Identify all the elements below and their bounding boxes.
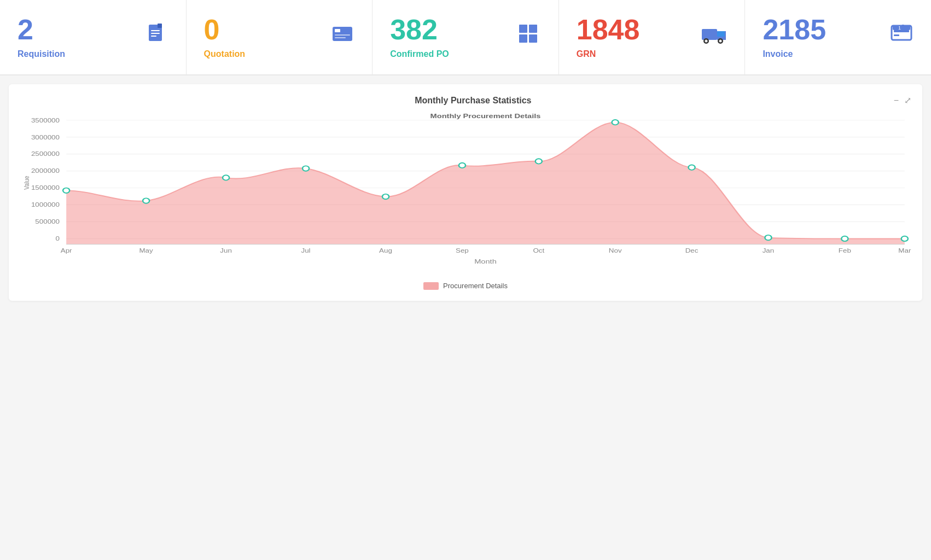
svg-text:1: 1 xyxy=(898,25,901,31)
stat-number-invoice: 2185 xyxy=(763,15,826,44)
datapoint-aug xyxy=(382,194,389,199)
svg-rect-4 xyxy=(151,36,156,37)
svg-text:3000000: 3000000 xyxy=(31,134,60,141)
datapoint-jan xyxy=(765,235,771,240)
datapoint-feb xyxy=(841,236,848,241)
svg-text:500000: 500000 xyxy=(35,219,60,225)
stat-card-confirmed-po[interactable]: 382 Confirmed PO xyxy=(373,0,559,74)
chart-title: Monthly Purchase Statistics xyxy=(53,96,894,106)
stat-left-requisition: 2 Requisition xyxy=(18,15,65,59)
truck-icon xyxy=(701,22,727,52)
svg-text:Month: Month xyxy=(474,258,497,265)
svg-text:1500000: 1500000 xyxy=(31,185,60,191)
confirmed-po-icon xyxy=(517,22,541,52)
datapoint-sep xyxy=(459,163,465,168)
stat-label-confirmed-po: Confirmed PO xyxy=(390,49,449,59)
svg-rect-23 xyxy=(894,30,909,32)
svg-point-18 xyxy=(705,40,708,43)
stat-card-invoice[interactable]: 2185 Invoice $ 1 xyxy=(745,0,931,74)
stat-number-requisition: 2 xyxy=(18,15,65,44)
expand-button[interactable]: ⤢ xyxy=(904,95,911,106)
chart-controls: − ⤢ xyxy=(894,95,911,106)
legend-swatch xyxy=(423,282,439,290)
svg-rect-26 xyxy=(893,26,910,30)
svg-text:Aug: Aug xyxy=(379,247,392,254)
datapoint-dec xyxy=(689,165,695,170)
stat-card-grn[interactable]: 1848 GRN xyxy=(559,0,746,74)
invoice-icon: $ 1 xyxy=(889,22,913,52)
svg-text:Value: Value xyxy=(22,176,31,190)
document-icon xyxy=(144,22,168,52)
svg-rect-12 xyxy=(519,34,527,43)
svg-rect-8 xyxy=(335,34,350,36)
svg-text:1000000: 1000000 xyxy=(31,202,60,208)
svg-rect-16 xyxy=(717,31,725,37)
svg-text:Monthly Procurement Details: Monthly Procurement Details xyxy=(430,113,541,120)
svg-rect-3 xyxy=(151,33,160,34)
chart-container: Monthly Purchase Statistics − ⤢ 3500000 … xyxy=(9,84,922,301)
datapoint-jul xyxy=(302,166,309,171)
svg-text:Mar: Mar xyxy=(898,247,911,254)
svg-rect-9 xyxy=(335,37,346,38)
stat-left-grn: 1848 GRN xyxy=(577,15,640,59)
svg-rect-5 xyxy=(158,24,162,28)
svg-rect-24 xyxy=(894,34,899,36)
svg-text:Dec: Dec xyxy=(685,247,699,254)
svg-rect-13 xyxy=(529,34,537,43)
stats-bar: 2 Requisition 0 Quotation xyxy=(0,0,931,75)
stat-card-requisition[interactable]: 2 Requisition xyxy=(0,0,187,74)
chart-legend: Procurement Details xyxy=(20,282,911,290)
datapoint-mar xyxy=(901,236,908,241)
datapoint-apr xyxy=(63,188,69,193)
svg-text:Nov: Nov xyxy=(609,247,622,254)
stat-label-requisition: Requisition xyxy=(18,49,65,59)
svg-text:2000000: 2000000 xyxy=(31,168,60,174)
legend-label: Procurement Details xyxy=(443,282,508,290)
svg-text:Feb: Feb xyxy=(839,247,851,254)
area-chart: 3500000 3000000 2500000 2000000 1500000 … xyxy=(20,111,911,275)
svg-rect-2 xyxy=(151,30,160,31)
stat-left-confirmed-po: 382 Confirmed PO xyxy=(390,15,449,59)
svg-rect-7 xyxy=(335,29,340,32)
minimize-button[interactable]: − xyxy=(894,95,899,106)
svg-text:Jun: Jun xyxy=(220,247,232,254)
datapoint-oct xyxy=(536,159,542,164)
stat-label-quotation: Quotation xyxy=(204,49,246,59)
svg-text:Apr: Apr xyxy=(61,247,72,254)
datapoint-may xyxy=(143,198,149,203)
svg-rect-11 xyxy=(529,25,537,33)
svg-text:Jan: Jan xyxy=(763,247,775,254)
svg-text:3500000: 3500000 xyxy=(31,117,60,124)
chart-area: 3500000 3000000 2500000 2000000 1500000 … xyxy=(20,111,911,277)
stat-number-grn: 1848 xyxy=(577,15,640,44)
datapoint-nov xyxy=(612,120,619,125)
stat-label-grn: GRN xyxy=(577,49,640,59)
svg-text:2500000: 2500000 xyxy=(31,151,60,158)
svg-point-20 xyxy=(719,40,722,43)
stat-left-invoice: 2185 Invoice xyxy=(763,15,826,59)
stat-number-quotation: 0 xyxy=(204,15,246,44)
svg-text:Sep: Sep xyxy=(456,247,469,254)
stat-number-confirmed-po: 382 xyxy=(390,15,449,44)
svg-text:Oct: Oct xyxy=(533,247,545,254)
svg-rect-10 xyxy=(519,25,527,33)
stat-left-quotation: 0 Quotation xyxy=(204,15,246,59)
chart-header: Monthly Purchase Statistics − ⤢ xyxy=(20,95,911,106)
svg-rect-6 xyxy=(333,27,352,41)
stat-card-quotation[interactable]: 0 Quotation xyxy=(187,0,373,74)
svg-text:Jul: Jul xyxy=(301,247,311,254)
svg-text:May: May xyxy=(139,247,153,254)
datapoint-jun xyxy=(223,175,229,180)
stat-label-invoice: Invoice xyxy=(763,49,826,59)
svg-rect-14 xyxy=(702,29,717,40)
svg-text:0: 0 xyxy=(56,236,60,242)
quotation-icon xyxy=(330,22,354,52)
